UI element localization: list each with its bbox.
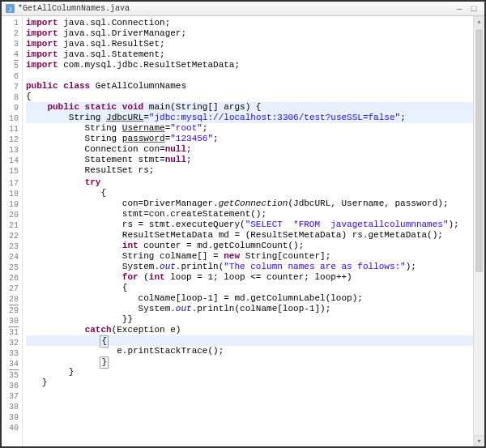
- code-line[interactable]: try: [26, 177, 473, 188]
- line-number: 5: [2, 61, 19, 71]
- code-line[interactable]: con=DriverManager.getConnection(JdbcURL,…: [26, 198, 473, 209]
- scroll-up-button[interactable]: ▴: [474, 16, 484, 28]
- line-number: 39: [2, 412, 19, 423]
- line-number: 38: [2, 402, 19, 412]
- line-number: 17: [2, 178, 19, 189]
- code-line[interactable]: import java.sql.Statement;: [26, 49, 473, 60]
- java-file-icon: J: [5, 4, 15, 14]
- line-number: 36: [2, 381, 19, 391]
- line-number: 12: [2, 134, 19, 145]
- code-line[interactable]: {: [26, 188, 473, 198]
- code-line[interactable]: String JdbcURL="jdbc:mysql://localhost:3…: [26, 113, 473, 123]
- code-line[interactable]: colName[loop-1] = md.getColumnLabel(loop…: [26, 293, 473, 304]
- line-number: 33: [2, 348, 19, 359]
- line-number: 2: [2, 28, 19, 39]
- code-line[interactable]: public static void main(String[] args) {: [26, 102, 473, 113]
- code-line[interactable]: [26, 70, 473, 81]
- code-line[interactable]: }: [26, 367, 473, 378]
- line-number: 25: [2, 262, 19, 273]
- line-number: 34: [2, 359, 19, 370]
- line-number: 37: [2, 391, 19, 402]
- editor-tab-title[interactable]: *GetAllColumnNames.java: [18, 4, 130, 13]
- code-line[interactable]: ResultSet rs;: [26, 165, 473, 176]
- code-line[interactable]: [26, 420, 473, 430]
- line-number: 31: [2, 327, 19, 338]
- maximize-button[interactable]: □: [467, 4, 481, 14]
- line-number: 18: [2, 189, 19, 199]
- scroll-down-button[interactable]: ▾: [474, 435, 484, 446]
- code-line[interactable]: }: [26, 378, 473, 388]
- line-number: 32: [2, 338, 19, 348]
- line-number: 1: [2, 18, 19, 28]
- line-number: 15: [2, 166, 19, 177]
- code-area[interactable]: import java.sql.Connection;import java.s…: [23, 16, 473, 446]
- line-number: 40: [2, 423, 19, 433]
- line-number: 6: [2, 71, 19, 82]
- line-number: 9: [2, 103, 19, 113]
- line-number: 26: [2, 273, 19, 284]
- code-line[interactable]: for (int loop = 1; loop <= counter; loop…: [26, 272, 473, 283]
- line-number: 21: [2, 220, 19, 231]
- code-line[interactable]: import java.sql.ResultSet;: [26, 39, 473, 49]
- line-number: 4: [2, 49, 19, 61]
- line-number: 30: [2, 316, 19, 327]
- line-number: 11: [2, 124, 19, 134]
- code-line[interactable]: stmt=con.createStatement();: [26, 209, 473, 220]
- svg-text:J: J: [8, 6, 11, 13]
- code-line[interactable]: String Username="root";: [26, 123, 473, 134]
- line-number: 35: [2, 370, 19, 381]
- code-line[interactable]: [26, 409, 473, 420]
- code-line[interactable]: import java.sql.Connection;: [26, 18, 473, 28]
- code-line[interactable]: catch(Exception e): [26, 325, 473, 335]
- line-number: 23: [2, 241, 19, 252]
- code-editor[interactable]: 1234567891011121314151718192021222324252…: [2, 16, 473, 446]
- code-line[interactable]: [26, 399, 473, 409]
- code-line[interactable]: {: [26, 92, 473, 102]
- line-number: 3: [2, 39, 19, 49]
- line-number-gutter: 1234567891011121314151718192021222324252…: [2, 16, 23, 446]
- code-line[interactable]: }}: [26, 314, 473, 325]
- line-number: 8: [2, 92, 19, 103]
- code-line[interactable]: ResultSetMetaData md = (ResultSetMetaDat…: [26, 230, 473, 241]
- minimize-button[interactable]: ‒: [452, 3, 467, 14]
- scroll-thumb[interactable]: [475, 29, 483, 272]
- line-number: 14: [2, 156, 19, 166]
- code-line[interactable]: import java.sql.DriverManager;: [26, 28, 473, 39]
- code-line[interactable]: [26, 388, 473, 399]
- line-number: 19: [2, 199, 19, 210]
- code-line[interactable]: Connection con=null;: [26, 144, 473, 155]
- line-number: 27: [2, 284, 19, 294]
- code-line[interactable]: System.out.println("The column names are…: [26, 262, 473, 272]
- line-number: 24: [2, 252, 19, 262]
- line-number: 28: [2, 294, 19, 305]
- line-number: 29: [2, 305, 19, 316]
- code-line[interactable]: import com.mysql.jdbc.ResultSetMetaData;: [26, 60, 473, 70]
- code-line[interactable]: rs = stmt.executeQuery("SELECT *FROM jav…: [26, 220, 473, 230]
- line-number: 22: [2, 231, 19, 241]
- code-line[interactable]: System.out.println(colName[loop-1]);: [26, 304, 473, 314]
- code-line[interactable]: e.printStackTrace();: [26, 346, 473, 356]
- vertical-scrollbar[interactable]: ▴ ▾: [473, 16, 484, 446]
- editor-tab-bar: J *GetAllColumnNames.java ‒ □: [2, 2, 484, 16]
- code-line[interactable]: public class GetAllColumnNames: [26, 81, 473, 92]
- line-number: 10: [2, 113, 19, 124]
- line-number: 20: [2, 210, 19, 220]
- code-line[interactable]: }: [26, 356, 473, 367]
- code-line[interactable]: {: [26, 335, 473, 346]
- code-line[interactable]: {: [26, 283, 473, 293]
- code-line[interactable]: String password="123456";: [26, 134, 473, 144]
- code-line[interactable]: String colName[] = new String[counter];: [26, 251, 473, 262]
- line-number: 13: [2, 145, 19, 156]
- code-line[interactable]: Statement stmt=null;: [26, 155, 473, 165]
- code-line[interactable]: int counter = md.getColumnCount();: [26, 241, 473, 251]
- line-number: 7: [2, 82, 19, 92]
